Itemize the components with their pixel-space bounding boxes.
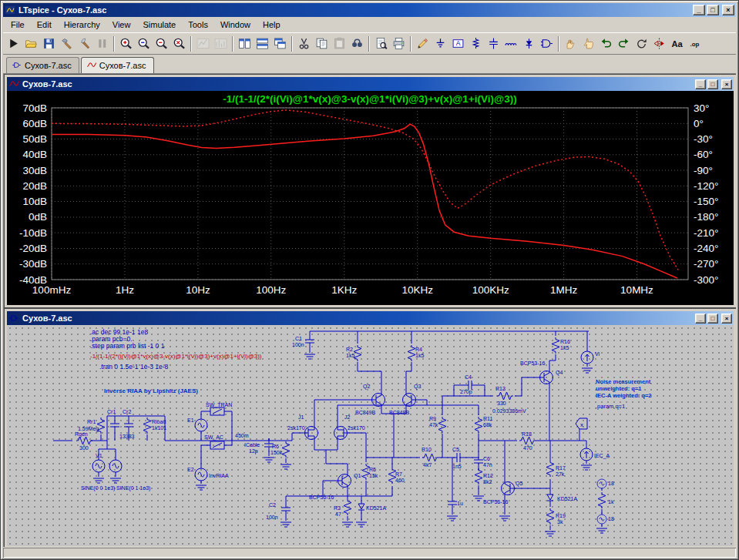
app-icon	[5, 5, 15, 15]
tab-schematic[interactable]: Сухов-7.asc	[6, 57, 79, 73]
sch-close-button[interactable]: ×	[721, 314, 732, 324]
mirror-button[interactable]	[650, 35, 668, 53]
schematic-label: C4	[465, 374, 472, 380]
waveform-window-titlebar[interactable]: Сухов-7.asc _ □ ×	[7, 77, 734, 91]
zoom-back-button[interactable]	[135, 35, 153, 53]
menu-item-view[interactable]: View	[106, 18, 137, 32]
schematic-label: 1n5	[452, 464, 462, 469]
rotate-button[interactable]	[633, 35, 650, 53]
spice-directive-button[interactable]: .op	[686, 35, 704, 53]
menubar: FileEditHierarchyViewSimulateToolsWindow…	[3, 17, 736, 32]
menu-item-simulate[interactable]: Simulate	[136, 18, 182, 32]
svg-text:30dB: 30dB	[22, 165, 47, 176]
text-button[interactable]: Aa	[668, 35, 686, 53]
plot-maximize-button[interactable]: □	[707, 79, 718, 89]
schematic-label: 2sk170	[348, 425, 365, 431]
control-panel-button[interactable]	[58, 35, 76, 53]
schematic-label: 450m	[235, 433, 249, 438]
find-button[interactable]	[348, 35, 366, 53]
plot-pane[interactable]: 100mHz1Hz10Hz100Hz1KHz10KHz100KHz1MHz10M…	[7, 91, 734, 305]
schematic-pane[interactable]: .ac dec 99 1e-1 1e8.param pcb=0..step pa…	[7, 325, 734, 546]
schematic-label: R18	[522, 431, 532, 437]
sch-minimize-button[interactable]: _	[695, 314, 706, 324]
schematic-label: R11	[483, 416, 492, 421]
plot-close-button[interactable]: ×	[721, 79, 732, 89]
svg-text:-40dB: -40dB	[19, 274, 47, 286]
schematic-label: 47	[335, 511, 341, 517]
paste-button[interactable]	[331, 35, 348, 53]
schematic-window-titlebar[interactable]: Сухов-7.asc _ □ ×	[7, 311, 734, 325]
print-preview-button[interactable]	[372, 35, 390, 53]
diode-button[interactable]	[520, 35, 538, 53]
redo-button[interactable]	[615, 35, 633, 53]
schematic-label: Cr2	[123, 409, 131, 414]
tab-label: Сухов-7.asc	[25, 61, 72, 70]
undo-button[interactable]	[597, 35, 615, 53]
toolbar-separator	[113, 36, 115, 52]
inductor-button[interactable]	[502, 35, 520, 53]
cascade-windows-button[interactable]	[271, 35, 289, 53]
autorange-y-button[interactable]	[194, 35, 212, 53]
svg-text:100KHz: 100KHz	[472, 284, 509, 296]
sch-maximize-button[interactable]: □	[707, 314, 718, 324]
schematic-canvas[interactable]: .ac dec 99 1e-1 1e8.param pcb=0..step pa…	[7, 325, 734, 546]
menu-item-edit[interactable]: Edit	[31, 18, 58, 32]
close-button[interactable]: ×	[722, 5, 734, 15]
resistor-button[interactable]	[467, 35, 485, 53]
ground-button[interactable]	[432, 35, 449, 53]
maximize-button[interactable]: □	[707, 5, 719, 15]
schematic-label: .param q=1	[596, 403, 625, 410]
schematic-label: 270p	[460, 389, 472, 395]
svg-text:-150°: -150°	[694, 196, 718, 207]
schematic-label: 13383	[119, 434, 135, 439]
schematic-label: R2	[346, 347, 353, 352]
copy-button[interactable]	[313, 35, 331, 53]
svg-text:70dB: 70dB	[22, 102, 47, 114]
schematic-label: R12	[483, 473, 493, 478]
print-button[interactable]	[390, 35, 408, 53]
svg-text:-90°: -90°	[694, 165, 713, 176]
component-button[interactable]	[538, 35, 556, 53]
schematic-label: InvRIAA	[209, 473, 229, 478]
bode-plot[interactable]: 100mHz1Hz10Hz100Hz1KHz10KHz100KHz1MHz10M…	[7, 91, 734, 305]
menu-item-hierarchy[interactable]: Hierarchy	[58, 18, 106, 32]
schematic-icon	[12, 60, 22, 70]
schematic-label: KD521A	[557, 496, 577, 501]
zoom-full-button[interactable]	[170, 35, 188, 53]
zoom-out-button[interactable]	[153, 35, 170, 53]
menu-item-window[interactable]: Window	[214, 18, 257, 32]
capacitor-button[interactable]	[485, 35, 502, 53]
save-button[interactable]	[40, 35, 58, 53]
schematic-label: 27k	[556, 471, 565, 477]
schematic-label: SINE(0 1 1e3)	[116, 485, 150, 491]
run-button[interactable]	[5, 35, 22, 53]
schematic-label: 0.0293386mV	[492, 408, 526, 414]
open-button[interactable]	[22, 35, 40, 53]
toolbar: AAa.op	[3, 32, 736, 55]
minimize-button[interactable]: _	[693, 5, 705, 15]
mdi-area: Сухов-7.asc _ □ × 100mHz1Hz10Hz100Hz1KHz…	[3, 74, 736, 547]
schematic-label: 68k	[483, 422, 492, 428]
tile-horizontally-button[interactable]	[254, 35, 271, 53]
plot-minimize-button[interactable]: _	[695, 79, 706, 89]
schematic-label: 2sk170	[287, 425, 305, 431]
schematic-label: 300	[79, 445, 89, 451]
menu-item-tools[interactable]: Tools	[182, 18, 214, 32]
fft-button[interactable]	[212, 35, 230, 53]
tile-vertically-button[interactable]	[236, 35, 254, 53]
halt-button[interactable]	[76, 35, 93, 53]
zoom-area-button[interactable]	[117, 35, 135, 53]
pause-button[interactable]	[93, 35, 111, 53]
svg-text:-20dB: -20dB	[19, 243, 47, 254]
tab-waveform[interactable]: Сухов-7.asc	[81, 57, 154, 73]
label-net-button[interactable]: A	[449, 35, 467, 53]
schematic-label: 1k5	[560, 345, 569, 350]
menu-item-help[interactable]: Help	[257, 18, 287, 32]
cut-button[interactable]	[295, 35, 313, 53]
move-button[interactable]	[562, 35, 579, 53]
draft-wire-button[interactable]	[414, 35, 432, 53]
drag-button[interactable]	[579, 35, 597, 53]
svg-text:50dB: 50dB	[22, 133, 47, 145]
menu-item-file[interactable]: File	[5, 18, 31, 32]
titlebar[interactable]: LTspice - Сухов-7.asc _ □ ×	[3, 3, 736, 17]
